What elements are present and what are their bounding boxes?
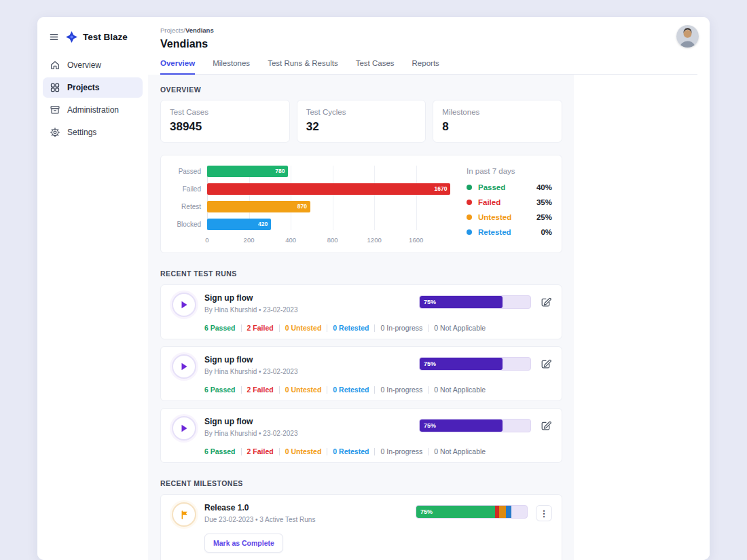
section-label-recent-test-runs: RECENT TEST RUNS	[160, 269, 562, 278]
run-stats: 6 Passed 2 Failed 0 Untested 0 Retested …	[204, 324, 552, 332]
chart-legend: In past 7 days Passed 40% Failed 35%	[453, 166, 552, 245]
progress-label: 75%	[420, 296, 503, 308]
avatar[interactable]	[676, 25, 699, 48]
legend-dot	[467, 200, 472, 205]
play-icon	[180, 362, 188, 371]
stat-passed: 6 Passed	[204, 447, 236, 455]
run-stats: 6 Passed 2 Failed 0 Untested 0 Retested …	[204, 386, 552, 394]
run-meta: By Hina Khurshid • 23-02-2023	[204, 368, 297, 375]
legend-value: 40%	[536, 183, 552, 191]
edit-icon	[540, 420, 551, 432]
divider	[327, 448, 327, 455]
flag-icon	[179, 510, 189, 520]
kebab-menu-button[interactable]: ⋮	[536, 505, 552, 521]
chart-category-labels: Passed Failed Retest Blocked	[170, 166, 207, 245]
legend-label: Untested	[478, 213, 530, 221]
chart-category: Failed	[170, 183, 207, 195]
sidebar: Test Blaze Overview Projects Administrat…	[37, 17, 148, 560]
tab-test-runs-results[interactable]: Test Runs & Results	[268, 59, 338, 74]
test-run-card: Sign up flow By Hina Khurshid • 23-02-20…	[160, 284, 562, 339]
milestone-progress-bar: 75%	[416, 505, 528, 519]
legend-value: 25%	[536, 213, 552, 221]
stat-label: Test Cases	[170, 108, 280, 116]
divider	[428, 324, 429, 332]
legend-value: 35%	[536, 198, 552, 206]
run-progress-bar: 75%	[419, 357, 531, 371]
stat-retested: 0 Retested	[333, 447, 369, 455]
hamburger-menu-icon[interactable]	[48, 31, 60, 43]
stat-untested: 0 Untested	[285, 386, 322, 394]
page-title: Vendians	[160, 38, 697, 50]
play-button[interactable]	[172, 293, 196, 317]
mark-as-complete-button[interactable]: Mark as Complete	[204, 534, 283, 553]
bar-value: 870	[297, 201, 307, 212]
gridline	[333, 166, 333, 230]
sidebar-item-settings[interactable]: Settings	[43, 122, 143, 143]
logo-text: Test Blaze	[83, 32, 128, 42]
sidebar-item-administration[interactable]: Administration	[43, 100, 143, 120]
sidebar-item-label: Projects	[67, 83, 99, 92]
test-run-card: Sign up flow By Hina Khurshid • 23-02-20…	[160, 346, 562, 401]
archive-icon	[49, 105, 60, 115]
app-window: Test Blaze Overview Projects Administrat…	[37, 17, 710, 560]
edit-button[interactable]	[539, 296, 552, 309]
milestone-icon-button[interactable]	[172, 502, 196, 527]
stat-value: 38945	[170, 120, 280, 134]
divider	[327, 386, 327, 394]
breadcrumb-path[interactable]: Projects/	[160, 26, 185, 34]
edit-button[interactable]	[539, 419, 552, 432]
run-meta: By Hina Khurshid • 23-02-2023	[204, 306, 297, 314]
breadcrumb: Projects/Vendians	[160, 26, 697, 34]
tab-reports[interactable]: Reports	[412, 59, 439, 74]
tab-overview[interactable]: Overview	[160, 59, 195, 75]
bar-retest: 870	[207, 201, 310, 212]
chart-category: Blocked	[170, 219, 207, 230]
grid-icon	[49, 82, 60, 93]
gridline	[291, 166, 291, 230]
play-button[interactable]	[172, 416, 196, 441]
sidebar-item-label: Settings	[67, 128, 96, 137]
gear-icon	[49, 127, 60, 138]
section-label-overview: OVERVIEW	[160, 86, 562, 94]
content-column: OVERVIEW Test Cases 38945 Test Cycles 32…	[148, 75, 574, 560]
stat-retested: 0 Retested	[333, 386, 369, 394]
x-axis-tick: 1600	[409, 236, 423, 244]
edit-icon	[540, 297, 551, 308]
stat-card-test-cycles: Test Cycles 32	[297, 100, 426, 143]
sidebar-item-overview[interactable]: Overview	[43, 55, 143, 75]
play-button[interactable]	[172, 354, 196, 379]
breadcrumb-current: Vendians	[185, 26, 214, 34]
stat-untested: 0 Untested	[285, 447, 322, 455]
progress-label: 75%	[420, 358, 503, 370]
sidebar-item-projects[interactable]: Projects	[43, 77, 143, 98]
x-axis: 0 200 400 800 1200 1600	[207, 236, 453, 245]
run-title: Sign up flow	[204, 293, 297, 303]
bar-value: 1670	[434, 183, 447, 195]
stat-not-applicable: 0 Not Applicable	[434, 386, 486, 394]
edit-button[interactable]	[539, 358, 552, 371]
tab-test-cases[interactable]: Test Cases	[356, 59, 395, 74]
x-axis-tick: 800	[327, 236, 338, 244]
legend-label: Passed	[478, 183, 530, 191]
stat-untested: 0 Untested	[285, 324, 322, 332]
sidebar-nav: Overview Projects Administration Setting…	[37, 55, 148, 143]
stat-value: 32	[306, 120, 417, 134]
divider	[241, 386, 242, 394]
divider	[241, 448, 242, 455]
x-axis-tick: 0	[205, 236, 208, 244]
progress-segment-passed: 75%	[416, 506, 495, 518]
stat-cards-row: Test Cases 38945 Test Cycles 32 Mileston…	[160, 100, 562, 143]
top-bar: Projects/Vendians Vendians Overview Mile…	[148, 17, 710, 75]
divider	[428, 386, 429, 394]
milestone-title: Release 1.0	[204, 503, 315, 512]
right-whitespace	[574, 75, 710, 560]
avatar-image	[676, 25, 699, 48]
divider	[241, 324, 242, 332]
tabs: Overview Milestones Test Runs & Results …	[160, 59, 697, 75]
run-progress-bar: 75%	[419, 419, 531, 432]
content: OVERVIEW Test Cases 38945 Test Cycles 32…	[148, 75, 710, 560]
logo-icon	[65, 31, 78, 43]
stat-label: Milestones	[442, 108, 553, 116]
tab-milestones[interactable]: Milestones	[213, 59, 250, 74]
play-icon	[180, 300, 188, 310]
